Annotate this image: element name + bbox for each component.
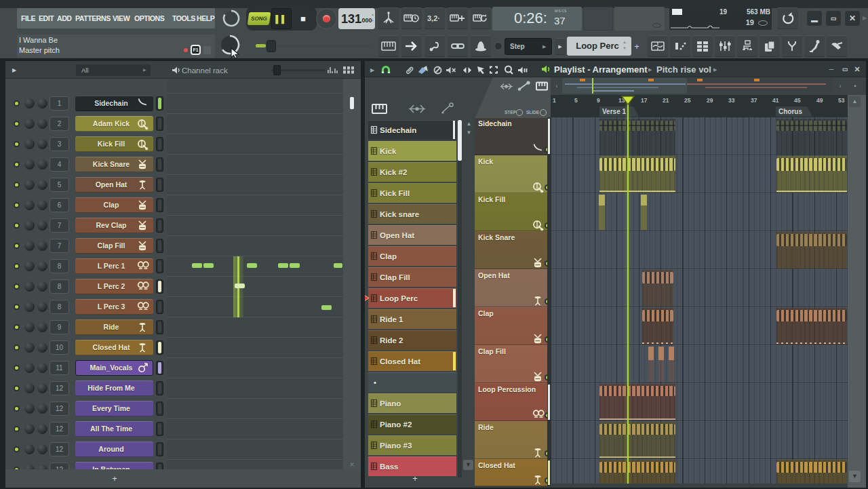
svg-text:3,2·: 3,2· (427, 14, 440, 22)
